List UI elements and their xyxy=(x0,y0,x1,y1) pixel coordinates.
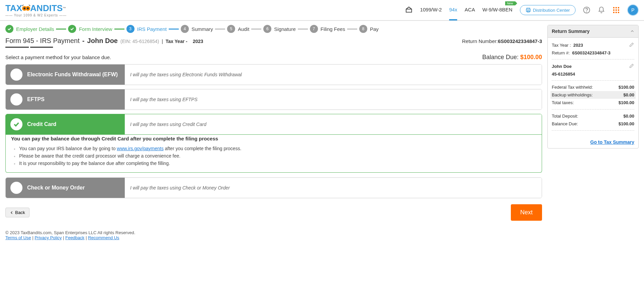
footer: © 2023 TaxBandits.com, Span Enterprises … xyxy=(0,227,644,244)
step-summary: 4 Summary xyxy=(181,25,213,33)
step-signature: 6 Signature xyxy=(263,25,296,33)
nav-94x[interactable]: 94x xyxy=(449,7,457,14)
cc-info-bullet-2: Please be aware that the credit card pro… xyxy=(19,152,536,160)
summary-name: John Doe xyxy=(552,64,572,69)
radio-icon xyxy=(10,182,22,194)
step-irs-payment[interactable]: 3 IRS Payment xyxy=(126,25,167,33)
page-title: Form 945 - IRS Payment xyxy=(5,37,79,45)
employer-name: John Doe xyxy=(87,37,118,45)
option-check-money-order[interactable]: Check or Money Order I will pay the taxe… xyxy=(5,177,542,198)
chevron-left-icon xyxy=(10,211,14,215)
check-icon xyxy=(10,118,22,130)
footer-link-privacy[interactable]: Privacy Policy xyxy=(35,235,62,240)
next-button[interactable]: Next xyxy=(511,204,542,221)
distribution-center-button[interactable]: Distribution Center xyxy=(520,5,576,15)
return-summary-sidebar: Return Summary Tax Year : 2023 Return #:… xyxy=(547,25,639,227)
svg-point-3 xyxy=(27,7,29,9)
ein: (EIN: 45-6126854) xyxy=(120,39,159,44)
footer-link-terms[interactable]: Terms of Use xyxy=(5,235,31,240)
top-nav: 1099/W-2 94x ACA New W-9/W-8BEN Distribu… xyxy=(405,4,639,16)
apps-icon[interactable] xyxy=(612,6,620,14)
help-icon[interactable] xyxy=(583,6,590,14)
radio-icon xyxy=(10,93,22,105)
step-employer-details[interactable]: Employer Details xyxy=(5,25,54,33)
credit-card-info: You can pay the balance due through Cred… xyxy=(5,130,542,173)
option-eftps[interactable]: EFTPS I will pay the taxes using EFTPS xyxy=(5,89,542,110)
tax-year-value: 2023 xyxy=(193,39,203,44)
logo[interactable]: TAX ANDITS ™ —— Your 1099 & W2 Experts —… xyxy=(5,3,67,17)
stepper: Employer Details Form Interview 3 IRS Pa… xyxy=(5,25,542,33)
return-number: Return Number:6S003242334847-3 xyxy=(462,38,542,44)
name-prefix: - xyxy=(82,37,85,45)
back-button[interactable]: Back xyxy=(5,208,30,217)
logo-tm: ™ xyxy=(63,6,66,10)
nav-w9-w8ben[interactable]: New W-9/W-8BEN xyxy=(482,7,512,14)
logo-text-1: TAX xyxy=(5,3,22,13)
nav-aca[interactable]: ACA xyxy=(465,7,475,14)
edit-icon[interactable] xyxy=(629,63,634,70)
page-heading: Form 945 - IRS Payment - John Doe (EIN: … xyxy=(5,37,542,45)
summary-table-1: Federal Tax withheld:$100.00 Backup with… xyxy=(552,83,634,106)
tax-year-label: Tax Year - xyxy=(166,39,187,44)
header: TAX ANDITS ™ —— Your 1099 & W2 Experts —… xyxy=(0,0,644,21)
avatar[interactable]: P xyxy=(627,4,639,16)
heading-underline xyxy=(5,47,542,48)
step-form-interview[interactable]: Form Interview xyxy=(68,25,112,33)
balance-due: Balance Due: $100.00 xyxy=(482,54,542,61)
svg-point-2 xyxy=(23,7,25,9)
step-pay: 8 Pay xyxy=(359,25,379,33)
summary-table-2: Total Deposit:$0.00 Balance Due:$100.00 xyxy=(552,112,634,128)
step-audit: 5 Audit xyxy=(227,25,249,33)
irs-payments-link[interactable]: www.irs.gov/payments xyxy=(117,146,163,151)
home-icon[interactable] xyxy=(405,6,413,14)
tax-summary-link[interactable]: Go to Tax Summary xyxy=(590,139,634,145)
logo-text-2: ANDITS xyxy=(30,3,63,13)
footer-link-recommend[interactable]: Recommend Us xyxy=(88,235,119,240)
bell-icon[interactable] xyxy=(598,6,605,14)
edit-icon[interactable] xyxy=(629,42,634,48)
printer-icon xyxy=(526,7,531,13)
svg-point-8 xyxy=(587,12,587,12)
copyright: © 2023 TaxBandits.com, Span Enterprises … xyxy=(5,230,639,235)
radio-icon xyxy=(10,69,22,81)
cc-info-bullet-1: You can pay your IRS balance due by goin… xyxy=(19,145,536,152)
new-badge: New xyxy=(505,1,515,5)
owl-icon xyxy=(21,5,31,12)
cc-info-bullet-3: It is your responsibility to pay the bal… xyxy=(19,160,536,167)
summary-header[interactable]: Return Summary xyxy=(548,25,638,38)
nav-1099-w2[interactable]: 1099/W-2 xyxy=(420,7,442,14)
logo-subtitle: —— Your 1099 & W2 Experts —— xyxy=(5,13,67,17)
chevron-up-icon xyxy=(630,29,634,33)
option-credit-card[interactable]: Credit Card I will pay the taxes using C… xyxy=(5,114,542,135)
step-filing-fees: 7 Filing Fees xyxy=(310,25,345,33)
summary-ein: 45-6126854 xyxy=(552,72,575,77)
cc-info-heading: You can pay the balance due through Cred… xyxy=(11,136,536,141)
payment-prompt: Select a payment method for your balance… xyxy=(5,54,111,60)
footer-link-feedback[interactable]: Feedback xyxy=(65,235,85,240)
main-content: Employer Details Form Interview 3 IRS Pa… xyxy=(5,25,542,227)
option-efw[interactable]: Electronic Funds Withdrawal (EFW) I will… xyxy=(5,64,542,85)
